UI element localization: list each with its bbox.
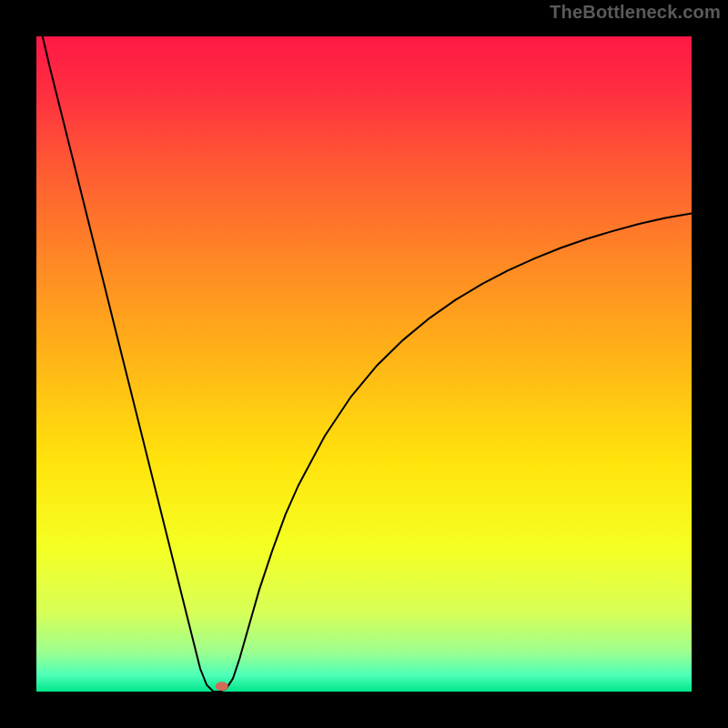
plot-area bbox=[36, 36, 692, 692]
plot-background bbox=[36, 36, 692, 692]
watermark-text: TheBottleneck.com bbox=[550, 2, 721, 23]
plot-svg bbox=[36, 36, 692, 692]
chart-frame: TheBottleneck.com bbox=[0, 0, 728, 728]
optimal-point-marker bbox=[216, 682, 228, 691]
